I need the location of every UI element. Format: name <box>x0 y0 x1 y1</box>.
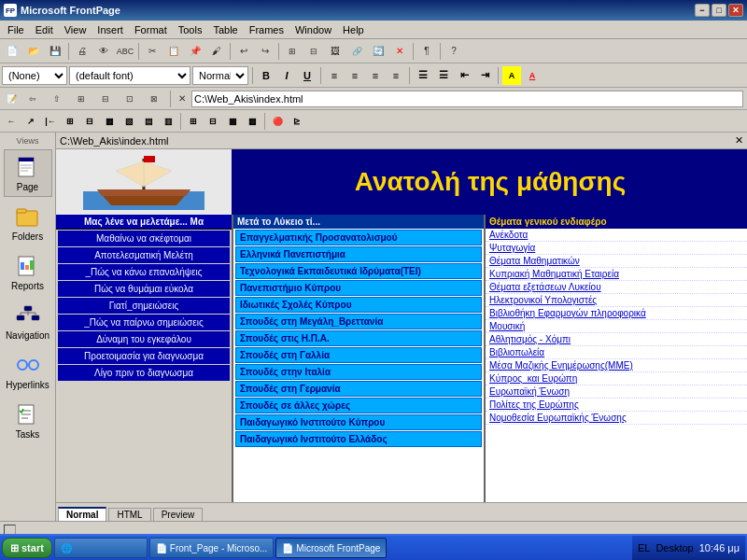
menu-tools[interactable]: Tools <box>173 22 208 37</box>
t3-btn10[interactable]: ⊞ <box>184 112 203 131</box>
sidebar-item-page[interactable]: Page <box>4 149 52 197</box>
cut-btn[interactable]: ✂ <box>142 42 162 61</box>
left-btn-4[interactable]: Γιατί_σημειώσεις <box>58 298 230 314</box>
indent-btn[interactable]: ⇥ <box>475 66 494 85</box>
insert-img-btn[interactable]: 🖼 <box>325 42 345 61</box>
mid-link-4[interactable]: Ιδιωτικές Σχολές Κύπρου <box>235 297 482 313</box>
t3-btn5[interactable]: ⊟ <box>80 112 99 131</box>
t3-btn15[interactable]: ⊵ <box>288 112 306 131</box>
left-btn-3[interactable]: Πώς να θυμάμαι εύκολα <box>58 281 230 297</box>
t3-btn9[interactable]: ▥ <box>159 112 177 131</box>
addr-btn6[interactable]: ⊠ <box>144 90 164 108</box>
t3-btn14[interactable]: 🔴 <box>268 112 287 131</box>
left-btn-7[interactable]: Προετοιμασία για διαγνωσμα <box>58 348 230 364</box>
mid-link-10[interactable]: Σπουδές σε άλλες χώρες <box>235 398 482 413</box>
menu-help[interactable]: Help <box>337 22 370 37</box>
taskbar-ie[interactable]: 🌐 <box>54 538 148 558</box>
menu-view[interactable]: View <box>59 22 92 37</box>
addr-btn2[interactable]: ⇧ <box>47 90 67 108</box>
right-link-5[interactable]: Ηλεκτρονικοί Υπολογιστές <box>486 294 747 307</box>
content-close-btn[interactable]: ✕ <box>735 134 743 147</box>
redo-btn[interactable]: ↪ <box>255 42 275 61</box>
stop-btn[interactable]: ✕ <box>389 42 410 61</box>
mid-link-9[interactable]: Σπουδές στη Γερμανία <box>235 381 482 397</box>
mid-link-8[interactable]: Σπουδές στην Ιταλία <box>235 364 482 380</box>
t3-btn13[interactable]: ▦ <box>243 112 261 131</box>
right-link-11[interactable]: Κύπρος_και Ευρώπη <box>486 372 747 385</box>
right-link-8[interactable]: Αθλητισμός - Χόμπι <box>486 333 747 346</box>
taskbar-fp2[interactable]: 📄 Microsoft FrontPage <box>275 538 387 558</box>
taskbar-fp1[interactable]: 📄 Front_Page - Microsо... <box>149 538 274 558</box>
right-link-3[interactable]: Κυπριακή Μαθηματική Εταιρεία <box>486 268 747 281</box>
sidebar-item-navigation[interactable]: Navigation <box>4 298 52 345</box>
close-x[interactable]: ✕ <box>176 93 188 104</box>
left-btn-8[interactable]: Λίγο πριν το διαγνωσμα <box>58 365 230 381</box>
open-btn[interactable]: 📂 <box>23 42 44 61</box>
mid-link-6[interactable]: Σπουδές στις Η.Π.Α. <box>235 330 482 346</box>
tab-preview[interactable]: Preview <box>153 508 204 521</box>
sidebar-item-hyperlinks[interactable]: Hyperlinks <box>4 347 52 395</box>
new-btn[interactable]: 📄 <box>2 42 22 61</box>
menu-format[interactable]: Format <box>129 22 173 37</box>
web-comp-btn[interactable]: ⊞ <box>282 42 303 61</box>
t3-btn3[interactable]: |← <box>41 112 60 131</box>
spell-btn[interactable]: ABC <box>115 42 135 61</box>
list-ol-btn[interactable]: ☰ <box>434 66 453 85</box>
right-link-1[interactable]: Ψυταγωγία <box>486 242 747 255</box>
addr-btn1[interactable]: ⇦ <box>22 90 43 108</box>
menu-edit[interactable]: Edit <box>30 22 59 37</box>
start-button[interactable]: ⊞ start <box>2 538 52 558</box>
list-ul-btn[interactable]: ☰ <box>414 66 432 85</box>
minimize-button[interactable]: − <box>695 4 710 17</box>
right-link-4[interactable]: Θέματα εξετάσεων Λυκείου <box>486 281 747 294</box>
print-btn[interactable]: 🖨 <box>72 42 92 61</box>
sidebar-item-reports[interactable]: Reports <box>4 248 52 296</box>
t3-btn8[interactable]: ▤ <box>139 112 158 131</box>
refresh-btn[interactable]: 🔄 <box>368 42 388 61</box>
mid-link-11[interactable]: Παιδαγωγικό Ινστιτούτο Κύπρου <box>235 414 482 430</box>
highlight-btn[interactable]: A <box>502 66 521 85</box>
save-btn[interactable]: 💾 <box>45 42 65 61</box>
align-center-btn[interactable]: ≡ <box>345 66 364 85</box>
close-button[interactable]: ✕ <box>728 4 743 17</box>
t3-btn12[interactable]: ▩ <box>223 112 242 131</box>
style-select[interactable]: (None) <box>2 66 67 85</box>
mid-link-2[interactable]: Τεχνολογικά Εκπαιδευτικά Ιδρύματα(ΤΕΙ) <box>235 263 482 279</box>
left-btn-1[interactable]: Αποτελεσματική Μελέτη <box>58 247 230 263</box>
tab-normal[interactable]: Normal <box>58 507 106 521</box>
align-justify-btn[interactable]: ≡ <box>387 66 405 85</box>
mid-link-3[interactable]: Πανεπιστήμιο Κύπρου <box>235 280 482 296</box>
right-link-7[interactable]: Μουσική <box>486 320 747 333</box>
left-btn-6[interactable]: Δύναμη του εγκεφάλου <box>58 331 230 347</box>
left-btn-5[interactable]: _Πώς να παίρνω σημειώσεις <box>58 315 230 330</box>
menu-insert[interactable]: Insert <box>92 22 129 37</box>
t3-btn7[interactable]: ▧ <box>120 112 138 131</box>
t3-btn4[interactable]: ⊞ <box>61 112 79 131</box>
sidebar-item-tasks[interactable]: Tasks <box>4 397 52 444</box>
addr-btn4[interactable]: ⊟ <box>95 90 116 108</box>
t3-btn1[interactable]: ← <box>2 112 21 131</box>
insert-hyp-btn[interactable]: 🔗 <box>346 42 367 61</box>
right-link-12[interactable]: Ευρωπαϊκή Ένωση <box>486 385 747 399</box>
tab-html[interactable]: HTML <box>108 508 150 521</box>
align-left-btn[interactable]: ≡ <box>325 66 344 85</box>
show-hide-btn[interactable]: ¶ <box>416 42 437 61</box>
mid-link-0[interactable]: Επαγγελματικής Προσανατολισμού <box>235 230 482 245</box>
menu-frames[interactable]: Frames <box>244 22 289 37</box>
italic-button[interactable]: I <box>277 66 296 85</box>
right-link-14[interactable]: Νομοθεσία Ευρωπαϊκής Ένωσης <box>486 412 747 425</box>
right-link-13[interactable]: Πολίτες της Ευρώπης <box>486 399 747 412</box>
left-btn-0[interactable]: Μαθαίνω να σκέφτομαι <box>58 231 230 246</box>
t3-btn11[interactable]: ⊟ <box>204 112 222 131</box>
mid-link-12[interactable]: Παιδαγωγικό Ινστιτούτο Ελλάδος <box>235 431 482 447</box>
right-link-2[interactable]: Θέματα Μαθηματικών <box>486 255 747 268</box>
menu-window[interactable]: Window <box>289 22 337 37</box>
preview-btn[interactable]: 👁 <box>93 42 114 61</box>
sidebar-item-folders[interactable]: Folders <box>4 199 52 246</box>
help-btn[interactable]: ? <box>444 42 464 61</box>
menu-file[interactable]: File <box>2 22 30 37</box>
font-select[interactable]: (default font) <box>69 66 190 85</box>
size-select[interactable]: Normal <box>192 66 248 85</box>
t3-btn6[interactable]: ▦ <box>100 112 119 131</box>
underline-button[interactable]: U <box>298 66 317 85</box>
